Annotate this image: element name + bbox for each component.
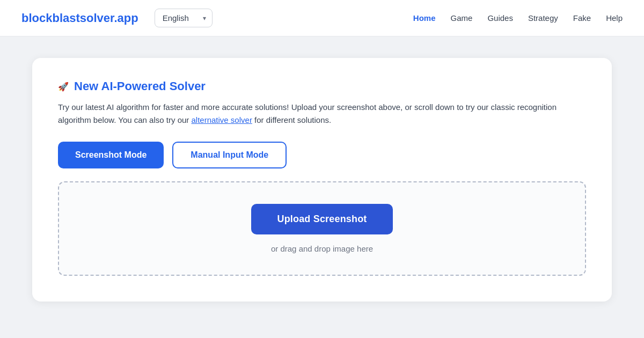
ai-banner: 🚀 New AI-Powered Solver xyxy=(58,79,586,93)
solver-card: 🚀 New AI-Powered Solver Try our latest A… xyxy=(32,58,612,302)
alternative-solver-link[interactable]: alternative solver xyxy=(191,115,252,124)
manual-input-mode-button[interactable]: Manual Input Mode xyxy=(172,142,287,168)
header: blockblastsolver.app English Spanish Fre… xyxy=(0,0,644,36)
nav-item-help[interactable]: Help xyxy=(606,13,623,23)
logo[interactable]: blockblastsolver.app xyxy=(21,11,138,25)
nav-item-home[interactable]: Home xyxy=(413,13,436,23)
rocket-icon: 🚀 xyxy=(58,82,69,92)
main-content: 🚀 New AI-Powered Solver Try our latest A… xyxy=(0,36,644,323)
ai-banner-title: New AI-Powered Solver xyxy=(74,79,206,93)
upload-zone[interactable]: Upload Screenshot or drag and drop image… xyxy=(58,181,586,276)
header-left: blockblastsolver.app English Spanish Fre… xyxy=(21,9,213,27)
drag-drop-text: or drag and drop image here xyxy=(271,244,373,253)
nav-item-guides[interactable]: Guides xyxy=(487,13,513,23)
ai-description: Try our latest AI algorithm for faster a… xyxy=(58,101,586,127)
nav-item-strategy[interactable]: Strategy xyxy=(528,13,558,23)
language-selector-wrapper: English Spanish French German Chinese ▾ xyxy=(155,9,213,27)
upload-screenshot-button[interactable]: Upload Screenshot xyxy=(251,204,392,234)
nav-item-fake[interactable]: Fake xyxy=(573,13,591,23)
screenshot-mode-button[interactable]: Screenshot Mode xyxy=(58,142,164,168)
mode-buttons: Screenshot Mode Manual Input Mode xyxy=(58,142,586,168)
description-suffix: for different solutions. xyxy=(252,115,331,124)
language-select[interactable]: English Spanish French German Chinese xyxy=(155,9,213,27)
nav: Home Game Guides Strategy Fake Help xyxy=(413,13,623,23)
nav-item-game[interactable]: Game xyxy=(451,13,473,23)
